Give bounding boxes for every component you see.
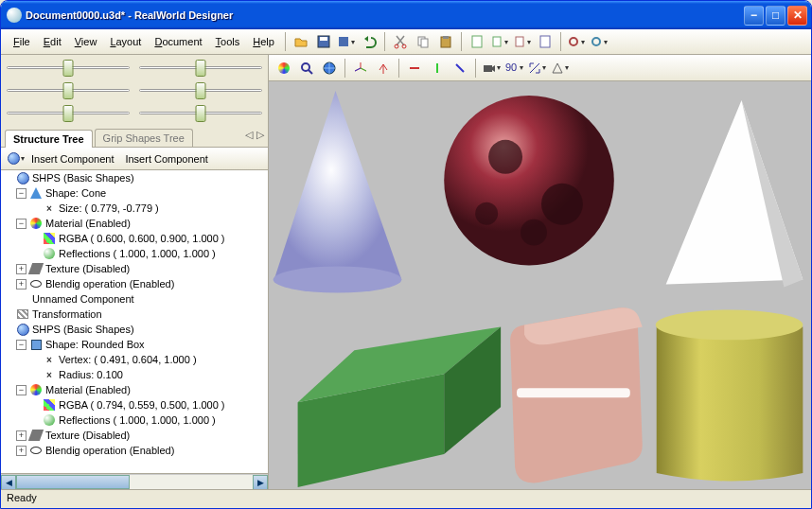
- tree-node[interactable]: +Blendig operation (Enabled): [1, 443, 268, 458]
- i-mat-icon: [29, 217, 43, 230]
- app-icon: [7, 8, 22, 23]
- maximize-button[interactable]: □: [766, 6, 786, 26]
- tab-grip-shapes[interactable]: Grip Shapes Tree: [95, 129, 193, 147]
- separator: [475, 59, 476, 78]
- cut-icon[interactable]: [390, 31, 411, 52]
- magnify-icon[interactable]: [296, 58, 317, 79]
- tree-label: Shape: Cone: [45, 187, 106, 199]
- paste-icon[interactable]: [435, 31, 456, 52]
- axis-x-icon[interactable]: [404, 58, 425, 79]
- menu-layout[interactable]: Layout: [103, 34, 148, 49]
- expand-icon[interactable]: −: [16, 188, 26, 199]
- insert-component-1[interactable]: Insert Component: [31, 153, 114, 165]
- expand-icon[interactable]: −: [16, 340, 26, 350]
- tree-node[interactable]: −Shape: Cone: [1, 185, 268, 201]
- tree-node[interactable]: Transformation: [1, 307, 268, 322]
- svg-rect-25: [517, 388, 630, 397]
- tree-node[interactable]: −Shape: Rounded Box: [1, 337, 268, 352]
- scale-icon[interactable]: [526, 58, 547, 79]
- slider-4[interactable]: [139, 81, 262, 98]
- minimize-button[interactable]: −: [744, 6, 764, 26]
- status-text: Ready: [7, 492, 37, 503]
- menu-document[interactable]: Document: [148, 34, 208, 49]
- tree-node[interactable]: ×Size: ( 0.779, -0.779 ): [1, 201, 268, 216]
- doc3-icon[interactable]: [512, 31, 533, 52]
- tree-label: Material (Enabled): [45, 218, 131, 229]
- tab-prev-icon[interactable]: ◁: [245, 129, 253, 141]
- save-icon[interactable]: [313, 31, 334, 52]
- tree-node[interactable]: +Blendig operation (Enabled): [1, 276, 268, 291]
- tab-structure-tree[interactable]: Structure Tree: [5, 130, 93, 148]
- tree-node[interactable]: RGBA ( 0.600, 0.600, 0.900, 1.000 ): [1, 231, 268, 246]
- axis-y-icon[interactable]: [427, 58, 448, 79]
- palette-icon[interactable]: [274, 58, 294, 79]
- doc1-icon[interactable]: [467, 31, 487, 52]
- expand-icon[interactable]: −: [16, 219, 26, 229]
- viewport-3d[interactable]: [269, 81, 811, 489]
- camera-icon[interactable]: [481, 58, 502, 79]
- tree-node[interactable]: −Material (Enabled): [1, 382, 268, 397]
- tree-node[interactable]: RGBA ( 0.794, 0.559, 0.500, 1.000 ): [1, 397, 268, 412]
- left-panel: Structure Tree Grip Shapes Tree ◁ ▷ Inse…: [1, 55, 269, 489]
- tree-node[interactable]: +Texture (Disabled): [1, 428, 268, 443]
- menu-tools[interactable]: Tools: [209, 34, 247, 49]
- globe-icon[interactable]: [319, 58, 340, 79]
- tree-node[interactable]: SHPS (Basic Shapes): [1, 170, 268, 185]
- tree-node[interactable]: Reflections ( 1.000, 1.000, 1.000 ): [1, 412, 268, 428]
- gear1-icon[interactable]: [566, 31, 587, 52]
- i-comp-icon: [16, 307, 29, 321]
- tree-node[interactable]: +Texture (Disabled): [1, 261, 268, 276]
- insert-component-2[interactable]: Insert Component: [125, 153, 207, 165]
- tree-node[interactable]: Unnamed Component: [1, 291, 268, 307]
- doc4-icon[interactable]: [535, 31, 556, 52]
- expand-icon[interactable]: +: [16, 279, 26, 290]
- horizontal-scrollbar[interactable]: ◀ ▶: [1, 474, 268, 489]
- scroll-left-icon[interactable]: ◀: [1, 475, 16, 490]
- component-menu-icon[interactable]: [6, 149, 26, 169]
- i-blend-icon: [29, 444, 43, 457]
- tree-label: Size: ( 0.779, -0.779 ): [59, 202, 159, 214]
- slider-3[interactable]: [7, 81, 130, 98]
- tab-next-icon[interactable]: ▷: [256, 129, 264, 141]
- tree-label: Blendig operation (Enabled): [45, 278, 174, 290]
- axes1-icon[interactable]: [350, 58, 371, 79]
- expand-icon[interactable]: +: [16, 430, 26, 441]
- menubar: File Edit View Layout Document Tools Hel…: [1, 29, 811, 55]
- slider-2[interactable]: [139, 59, 262, 76]
- scroll-track[interactable]: [16, 475, 253, 489]
- scroll-right-icon[interactable]: ▶: [253, 475, 268, 490]
- menu-view[interactable]: View: [68, 34, 104, 49]
- doc2-icon[interactable]: [489, 31, 510, 52]
- expand-icon[interactable]: −: [16, 385, 26, 395]
- tree-node[interactable]: −Material (Enabled): [1, 216, 268, 231]
- svg-point-22: [541, 184, 583, 225]
- open-icon[interactable]: [291, 31, 311, 52]
- gear2-icon[interactable]: [589, 31, 609, 52]
- grid-cone-icon[interactable]: [549, 58, 570, 79]
- tree-label: Unnamed Component: [32, 293, 134, 305]
- structure-tree[interactable]: SHPS (Basic Shapes)−Shape: Cone×Size: ( …: [1, 170, 268, 474]
- undo-icon[interactable]: [359, 31, 380, 52]
- tree-node[interactable]: SHPS (Basic Shapes): [1, 322, 268, 337]
- expand-icon[interactable]: +: [16, 446, 26, 456]
- tree-node[interactable]: Reflections ( 1.000, 1.000, 1.000 ): [1, 246, 268, 261]
- titlebar[interactable]: Document0000.u3d* - RealWorld Designer −…: [1, 1, 811, 29]
- tree-node[interactable]: ×Vertex: ( 0.491, 0.604, 1.000 ): [1, 352, 268, 367]
- close-button[interactable]: ✕: [787, 6, 807, 26]
- copy-icon[interactable]: [413, 31, 433, 52]
- axis-z-icon[interactable]: [450, 58, 470, 79]
- scroll-thumb[interactable]: [16, 475, 130, 489]
- menu-help[interactable]: Help: [246, 34, 281, 49]
- slider-5[interactable]: [7, 104, 130, 121]
- workspace: Structure Tree Grip Shapes Tree ◁ ▷ Inse…: [1, 55, 811, 489]
- rotate90-icon[interactable]: 90: [503, 58, 524, 79]
- menu-file[interactable]: File: [7, 34, 37, 49]
- axes2-icon[interactable]: [373, 58, 394, 79]
- separator: [344, 59, 345, 78]
- slider-1[interactable]: [7, 59, 130, 76]
- slider-6[interactable]: [139, 104, 262, 121]
- menu-edit[interactable]: Edit: [37, 34, 68, 49]
- save-as-icon[interactable]: [336, 31, 357, 52]
- expand-icon[interactable]: +: [16, 264, 26, 274]
- tree-node[interactable]: ×Radius: 0.100: [1, 367, 268, 382]
